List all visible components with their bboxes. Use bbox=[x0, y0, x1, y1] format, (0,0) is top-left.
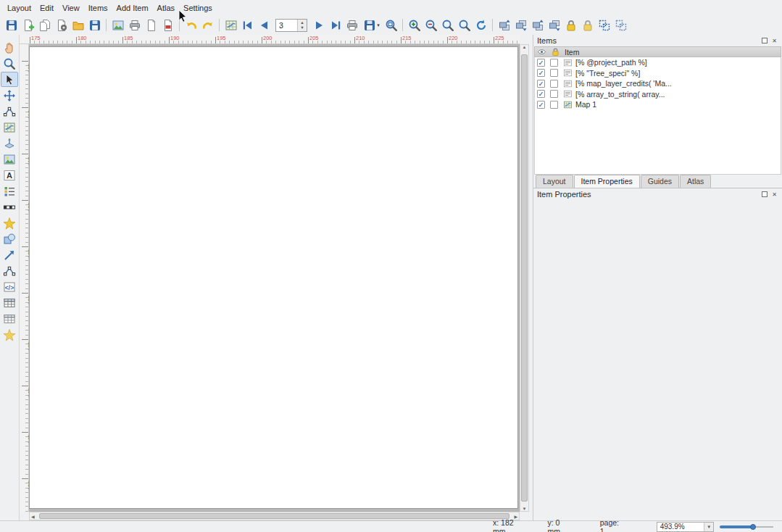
add-3d-map-button[interactable] bbox=[1, 136, 18, 151]
vertical-scrollbar[interactable]: ▲ ▼ bbox=[520, 44, 529, 512]
scroll-up-icon[interactable]: ▲ bbox=[523, 45, 527, 49]
add-arrow-button[interactable] bbox=[1, 247, 18, 262]
add-scalebar-button[interactable] bbox=[1, 199, 18, 215]
undock-panel-icon[interactable] bbox=[762, 191, 768, 197]
atlas-first-feature-button[interactable] bbox=[239, 17, 256, 33]
dropdown-icon[interactable]: ▾ bbox=[704, 523, 713, 531]
menu-items[interactable]: Items bbox=[84, 1, 112, 14]
atlas-last-feature-button[interactable] bbox=[327, 17, 344, 33]
page-number-value[interactable]: 3 bbox=[276, 20, 297, 31]
add-html-button[interactable] bbox=[1, 279, 18, 294]
add-picture-button[interactable] bbox=[1, 151, 18, 167]
vertical-scrollbar-thumb[interactable] bbox=[521, 54, 528, 502]
save-project-button[interactable] bbox=[3, 17, 20, 33]
print-atlas-button[interactable] bbox=[344, 17, 360, 33]
layout-manager-button[interactable] bbox=[53, 17, 70, 33]
spin-down-icon[interactable]: ▼ bbox=[300, 25, 304, 30]
item-row[interactable]: ✓ [% map_layer_credits( 'Ma... bbox=[535, 78, 781, 89]
menu-add-item[interactable]: Add Item bbox=[112, 1, 153, 14]
select-move-item-button[interactable] bbox=[1, 72, 18, 87]
menu-atlas[interactable]: Atlas bbox=[153, 1, 179, 14]
visibility-checkbox[interactable]: ✓ bbox=[537, 90, 545, 98]
tab-guides[interactable]: Guides bbox=[641, 175, 679, 188]
add-node-item-button[interactable] bbox=[1, 263, 18, 278]
item-row[interactable]: ✓ [% array_to_string( array... bbox=[535, 89, 781, 100]
add-shape-button[interactable] bbox=[1, 231, 18, 246]
visibility-checkbox[interactable]: ✓ bbox=[537, 80, 545, 88]
export-as-pdf-button[interactable] bbox=[159, 17, 176, 33]
zoom-slider-handle[interactable] bbox=[750, 524, 756, 530]
page-number-spinbox[interactable]: 3 ▲ ▼ bbox=[275, 19, 307, 32]
atlas-preview-button[interactable] bbox=[222, 17, 239, 33]
zoom-slider[interactable] bbox=[720, 523, 773, 531]
print-layout-button[interactable] bbox=[126, 17, 143, 33]
add-north-arrow-button[interactable] bbox=[1, 215, 18, 230]
ungroup-items-button[interactable] bbox=[612, 17, 629, 33]
redo-button[interactable] bbox=[199, 17, 216, 33]
visibility-checkbox[interactable]: ✓ bbox=[537, 101, 545, 109]
close-panel-icon[interactable]: ✕ bbox=[770, 191, 778, 199]
item-row[interactable]: ✓ [% @project_path %] bbox=[535, 57, 781, 68]
lock-checkbox[interactable] bbox=[550, 69, 558, 77]
zoom-in-button[interactable] bbox=[406, 17, 423, 33]
lock-checkbox[interactable] bbox=[550, 101, 558, 109]
add-map-button[interactable] bbox=[1, 120, 18, 135]
tab-item-properties[interactable]: Item Properties bbox=[574, 175, 640, 188]
lock-checkbox[interactable] bbox=[550, 90, 558, 98]
visibility-checkbox[interactable]: ✓ bbox=[537, 69, 545, 77]
raise-items-button[interactable] bbox=[496, 17, 512, 33]
menu-edit[interactable]: Edit bbox=[36, 1, 58, 14]
horizontal-scrollbar[interactable]: ◀ ▶ bbox=[29, 512, 520, 520]
lock-checkbox[interactable] bbox=[550, 59, 558, 67]
group-items-button[interactable] bbox=[596, 17, 612, 33]
pan-tool-button[interactable] bbox=[1, 40, 18, 55]
move-item-content-button[interactable] bbox=[1, 88, 18, 103]
move-to-bottom-button[interactable] bbox=[546, 17, 562, 33]
menu-view[interactable]: View bbox=[58, 1, 84, 14]
add-label-button[interactable] bbox=[1, 167, 18, 183]
tab-layout[interactable]: Layout bbox=[536, 175, 573, 188]
scroll-down-icon[interactable]: ▼ bbox=[523, 507, 527, 511]
item-row[interactable]: ✓ Map 1 bbox=[535, 99, 781, 110]
lock-checkbox[interactable] bbox=[550, 80, 558, 88]
move-to-top-button[interactable] bbox=[529, 17, 546, 33]
export-atlas-button[interactable]: ▾ bbox=[360, 17, 383, 33]
page-number-spin-buttons[interactable]: ▲ ▼ bbox=[297, 20, 307, 31]
zoom-full-button[interactable] bbox=[383, 17, 399, 33]
duplicate-layout-button[interactable] bbox=[36, 17, 53, 33]
undock-panel-icon[interactable] bbox=[762, 38, 768, 43]
ruler-label: 175 bbox=[31, 35, 41, 41]
close-panel-icon[interactable]: ✕ bbox=[770, 37, 778, 45]
export-as-svg-button[interactable] bbox=[143, 17, 159, 33]
scroll-left-icon[interactable]: ◀ bbox=[31, 514, 35, 519]
menu-layout[interactable]: Layout bbox=[3, 1, 36, 14]
save-as-template-button[interactable] bbox=[86, 17, 103, 33]
zoom-level-combo[interactable]: 493.9% ▾ bbox=[657, 522, 715, 532]
lock-items-button[interactable] bbox=[562, 17, 579, 33]
layout-canvas[interactable] bbox=[29, 44, 520, 512]
zoom-actual-button[interactable] bbox=[439, 17, 456, 33]
add-legend-button[interactable] bbox=[1, 183, 18, 199]
add-fixed-table-button[interactable] bbox=[1, 311, 18, 326]
layout-page[interactable] bbox=[29, 46, 518, 509]
item-row[interactable]: ✓ [% "Tree_speci" %] bbox=[535, 68, 781, 79]
horizontal-scrollbar-thumb[interactable] bbox=[39, 513, 509, 519]
add-marker-button[interactable] bbox=[1, 327, 18, 342]
refresh-view-button[interactable] bbox=[473, 17, 489, 33]
lower-items-button[interactable] bbox=[512, 17, 529, 33]
unlock-items-button[interactable] bbox=[579, 17, 596, 33]
export-as-image-button[interactable] bbox=[109, 17, 126, 33]
zoom-tool-button[interactable] bbox=[1, 56, 18, 71]
visibility-checkbox[interactable]: ✓ bbox=[537, 59, 545, 67]
spin-up-icon[interactable]: ▲ bbox=[300, 20, 304, 25]
zoom-out-button[interactable] bbox=[423, 17, 439, 33]
ruler-label: 190 bbox=[170, 35, 180, 41]
atlas-next-feature-button[interactable] bbox=[310, 17, 327, 33]
tab-atlas[interactable]: Atlas bbox=[680, 175, 711, 188]
edit-nodes-item-button[interactable] bbox=[1, 104, 18, 119]
atlas-previous-feature-button[interactable] bbox=[256, 17, 273, 33]
zoom-width-button[interactable] bbox=[456, 17, 473, 33]
add-attribute-table-button[interactable] bbox=[1, 295, 18, 310]
new-layout-button[interactable] bbox=[20, 17, 36, 33]
add-items-from-template-button[interactable] bbox=[70, 17, 86, 33]
